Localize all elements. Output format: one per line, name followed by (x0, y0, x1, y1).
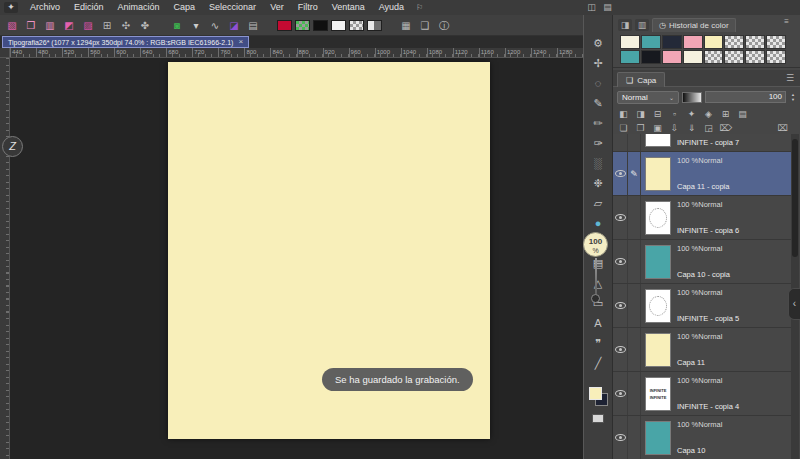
layer-visibility-toggle[interactable] (613, 152, 628, 195)
scrollbar-thumb[interactable] (792, 139, 798, 257)
tool-property-icon[interactable]: ▧ (4, 18, 20, 33)
white-color-chip[interactable] (331, 20, 346, 31)
pink-panel-icon[interactable]: ◩ (61, 18, 77, 33)
figure-tool-icon[interactable]: △ (588, 273, 608, 293)
foreground-color-chip[interactable] (589, 387, 602, 400)
transparent-color-chip[interactable] (349, 20, 364, 31)
layer-row[interactable]: 100 %Normal Capa 10 - copia (613, 240, 792, 284)
screen-grid-icon[interactable]: ▦ (398, 18, 414, 33)
canvas-viewport[interactable]: Se ha guardado la grabación. (10, 58, 583, 459)
set-as-draft-icon[interactable]: ⊟ (650, 108, 665, 120)
info-icon[interactable]: ⓘ (436, 18, 452, 33)
move-layer-tool-icon[interactable]: ✢ (588, 53, 608, 73)
text-tool-icon[interactable]: A (588, 313, 608, 333)
palette-dock-icon[interactable]: ▤ (601, 1, 614, 14)
eraser-tool-icon[interactable]: ▱ (588, 193, 608, 213)
menu-ver[interactable]: Ver (263, 0, 291, 15)
layer-row[interactable]: 100 %Normal INFINITE - copia 7 (613, 134, 792, 152)
lock-layer-icon[interactable]: ▫ (667, 108, 682, 120)
ink-panel-icon[interactable]: ▨ (80, 18, 96, 33)
menu-ventana[interactable]: Ventana (325, 0, 372, 15)
brush-size-panel-icon[interactable]: ❒ (23, 18, 39, 33)
new-folder-icon[interactable]: ▣ (650, 122, 665, 134)
transfer-to-lower-icon[interactable]: ⇩ (667, 122, 682, 134)
layer-row[interactable]: 100 %Normal INFINITE - copia 5 (613, 284, 792, 328)
layer-visibility-toggle[interactable] (613, 416, 628, 459)
color-history-swatch[interactable] (766, 50, 786, 64)
layer-visibility-toggle[interactable] (613, 284, 628, 327)
color-history-swatch[interactable] (641, 50, 661, 64)
layer-visibility-toggle[interactable] (613, 134, 628, 151)
opacity-stepper[interactable]: ▲ ▼ (789, 93, 797, 102)
layer-row[interactable]: 100 %Normal INFINITE - copia 6 (613, 196, 792, 240)
grid-snap-icon[interactable]: ⊞ (99, 18, 115, 33)
decoration-tool-icon[interactable]: ❉ (588, 173, 608, 193)
color-history-swatch[interactable] (662, 35, 682, 49)
document-tab[interactable]: Tipografia26* (1077 x 1294px 350dpi 74.0… (2, 36, 249, 48)
color-history-menu-icon[interactable]: ≡ (784, 17, 789, 26)
color-history-swatch[interactable] (724, 35, 744, 49)
blend-mode-select[interactable]: Normal ⌄ (617, 91, 679, 104)
correction-curve-icon[interactable]: ∿ (207, 18, 223, 33)
layer-row[interactable]: INFINITE INFINITE 100 %Normal INFINITE -… (613, 372, 792, 416)
layer-row[interactable]: 100 %Normal Capa 10 (613, 416, 792, 459)
layer-thumbnail[interactable] (645, 421, 671, 455)
pencil-tool-icon[interactable]: ✏ (588, 113, 608, 133)
operation-tool-icon[interactable]: ⚙ (588, 33, 608, 53)
menu-ayuda[interactable]: Ayuda (372, 0, 411, 15)
merge-to-lower-icon[interactable]: ⇓ (684, 122, 699, 134)
layer-thumbnail[interactable] (645, 134, 671, 147)
fg-bg-color-control[interactable] (589, 387, 609, 407)
pen-tool-icon[interactable]: ✎ (588, 93, 608, 113)
layer-thumbnail[interactable] (645, 201, 671, 235)
layer-visibility-toggle[interactable] (613, 240, 628, 283)
color-history-swatch[interactable] (704, 50, 724, 64)
color-history-swatch[interactable] (620, 50, 640, 64)
color-history-tab[interactable]: ◷ Historial de color (652, 18, 736, 32)
menu-edicion[interactable]: Edición (67, 0, 111, 15)
correction-line-tool-icon[interactable]: ╱ (588, 353, 608, 373)
main-color-chip[interactable] (277, 20, 292, 31)
clip-at-layer-below-icon[interactable]: ◨ (633, 108, 648, 120)
lock-transparent-pixels-icon[interactable]: ✦ (684, 108, 699, 120)
color-history-swatch[interactable] (683, 50, 703, 64)
color-set-icon[interactable]: ▥ (42, 18, 58, 33)
palette-color-icon[interactable]: ◧ (616, 108, 631, 120)
menu-archivo[interactable]: Archivo (23, 0, 67, 15)
color-set-panel-icon[interactable]: ▥ (635, 19, 649, 31)
display-mode-icon[interactable]: ▤ (245, 18, 261, 33)
apply-mask-icon[interactable]: ⌦ (718, 122, 733, 134)
ruler-snap-icon[interactable]: ✣ (118, 18, 134, 33)
antialias-icon[interactable]: ◙ (169, 18, 185, 33)
color-history-swatch[interactable] (683, 35, 703, 49)
halftone-chip[interactable] (367, 20, 382, 31)
spin-down-icon[interactable]: ▼ (789, 98, 797, 102)
color-history-swatch[interactable] (766, 35, 786, 49)
color-history-swatch[interactable] (641, 35, 661, 49)
workspace-icon[interactable]: ◫ (585, 1, 598, 14)
layer-color-icon[interactable]: ▤ (735, 108, 750, 120)
balloon-tool-icon[interactable]: ❞ (588, 333, 608, 353)
layer-thumbnail[interactable] (645, 245, 671, 279)
enable-mask-icon[interactable]: ◈ (701, 108, 716, 120)
selection-tool-icon[interactable]: ◌ (588, 73, 608, 93)
special-ruler-snap-icon[interactable]: ✤ (137, 18, 153, 33)
create-mask-icon[interactable]: ◲ (701, 122, 716, 134)
color-history-swatch[interactable] (724, 50, 744, 64)
airbrush-tool-icon[interactable]: ░ (588, 153, 608, 173)
effect-icon[interactable]: ◪ (226, 18, 242, 33)
layer-thumbnail[interactable]: INFINITE INFINITE (645, 377, 671, 411)
color-history-swatch[interactable] (662, 50, 682, 64)
color-history-swatch[interactable] (745, 50, 765, 64)
zoom-indicator[interactable]: 100 % (583, 232, 608, 257)
sub-color-chip[interactable] (295, 20, 310, 31)
layer-panel-tab[interactable]: ❏ Capa (617, 72, 665, 87)
opacity-slider[interactable]: 100 (705, 91, 786, 103)
layer-panel-menu-icon[interactable]: ☰ (786, 73, 794, 83)
color-history-swatch[interactable] (745, 35, 765, 49)
layer-row-selected[interactable]: ✎ 100 %Normal Capa 11 - copia (613, 152, 792, 196)
quick-access-button[interactable]: Z (2, 136, 23, 157)
page-manager-icon[interactable]: ❑ (417, 18, 433, 33)
layer-thumbnail[interactable] (645, 157, 671, 191)
new-vector-layer-icon[interactable]: ❐ (633, 122, 648, 134)
